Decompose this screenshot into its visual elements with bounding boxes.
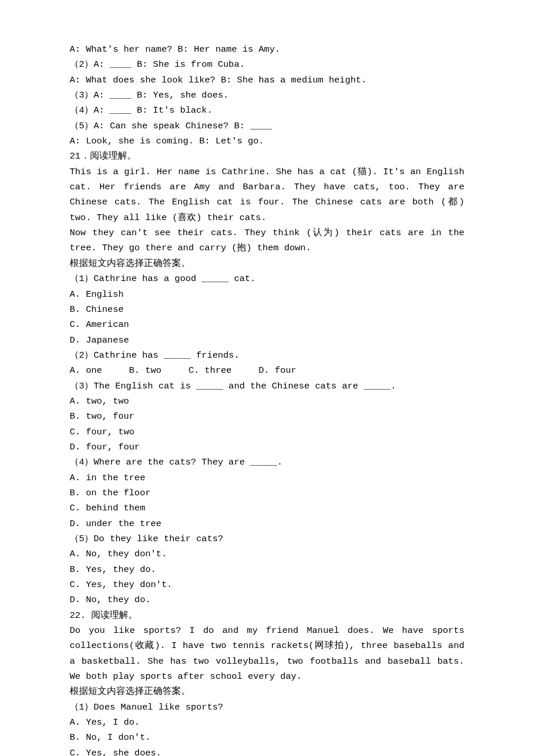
option-text: A. No, they don't. <box>70 546 464 561</box>
option-text: B. on the floor <box>70 485 464 501</box>
option-text: C. Yes, she does. <box>70 746 464 756</box>
option-text: A. one B. two C. three D. four <box>70 363 464 378</box>
question-text: （4）Where are the cats? They are _____. <box>70 455 464 470</box>
passage-text: Now they can't see their cats. They thin… <box>70 225 464 256</box>
text-line: A: What does she look like? B: She has a… <box>70 73 464 88</box>
text-line: A: What's her name? B: Her name is Amy. <box>70 42 464 57</box>
question-text: （5）Do they like their cats? <box>70 531 464 546</box>
option-text: B. No, I don't. <box>70 730 464 745</box>
option-text: C. Yes, they don't. <box>70 577 464 592</box>
question-text: （1）Does Manuel like sports? <box>70 700 464 715</box>
text-line: （4）A: ____ B: It's black. <box>70 103 464 118</box>
instruction-text: 根据短文内容选择正确答案。 <box>70 256 464 271</box>
text-line: （2）A: ____ B: She is from Cuba. <box>70 57 464 72</box>
document-page: A: What's her name? B: Her name is Amy. … <box>0 0 534 756</box>
instruction-text: 根据短文内容选择正确答案。 <box>70 684 464 699</box>
option-text: A. Yes, I do. <box>70 715 464 730</box>
question-text: （3）The English cat is _____ and the Chin… <box>70 379 464 394</box>
option-text: C. American <box>70 317 464 332</box>
option-text: C. behind them <box>70 501 464 516</box>
option-text: B. two, four <box>70 409 464 424</box>
question-text: （2）Cathrine has _____ friends. <box>70 348 464 363</box>
option-text: D. No, they do. <box>70 592 464 607</box>
option-text: B. Chinese <box>70 302 464 317</box>
option-text: A. English <box>70 287 464 302</box>
question-heading: 22. 阅读理解。 <box>70 608 464 623</box>
passage-text: This is a girl. Her name is Cathrine. Sh… <box>70 164 464 225</box>
option-text: A. in the tree <box>70 470 464 485</box>
option-text: D. under the tree <box>70 516 464 531</box>
option-text: A. two, two <box>70 394 464 409</box>
text-line: （3）A: ____ B: Yes, she does. <box>70 88 464 103</box>
option-text: D. Japanese <box>70 333 464 348</box>
passage-text: Do you like sports? I do and my friend M… <box>70 623 464 684</box>
text-line: A: Look, she is coming. B: Let's go. <box>70 134 464 149</box>
question-text: （1）Cathrine has a good _____ cat. <box>70 271 464 286</box>
question-heading: 21．阅读理解。 <box>70 149 464 164</box>
text-line: （5）A: Can she speak Chinese? B: ____ <box>70 118 464 134</box>
option-text: D. four, four <box>70 440 464 455</box>
option-text: C. four, two <box>70 424 464 440</box>
option-text: B. Yes, they do. <box>70 562 464 577</box>
